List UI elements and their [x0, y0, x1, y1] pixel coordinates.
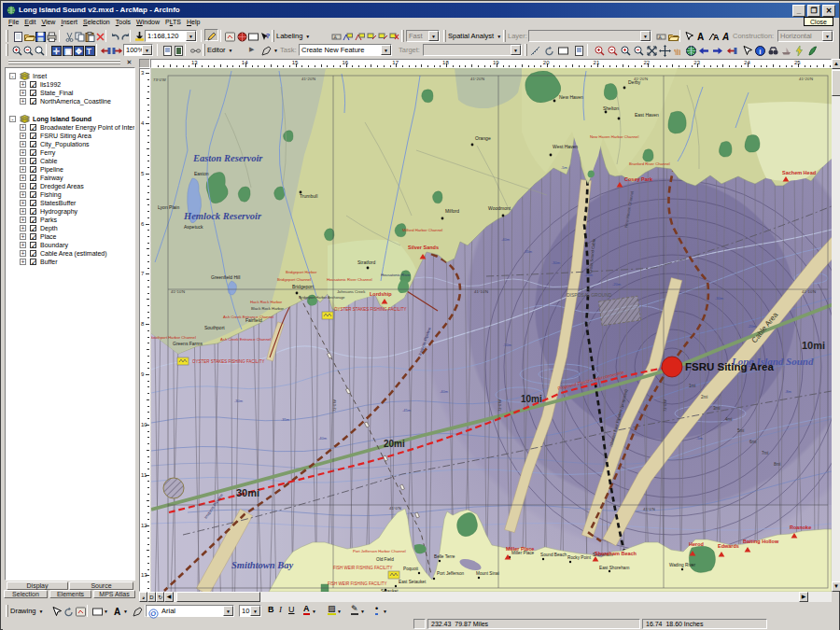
svg-text:Smithtown Bay: Smithtown Bay — [231, 560, 294, 570]
svg-text:OYSTER STAKES FISHING FACILITY: OYSTER STAKES FISHING FACILITY — [192, 359, 264, 364]
svg-text:i: i — [759, 48, 761, 56]
svg-text:Port Jefferson: Port Jefferson — [437, 571, 464, 576]
svg-text:-40m: -40m — [318, 436, 328, 441]
svg-text:Shelton: Shelton — [603, 105, 619, 111]
svg-text:4mi: 4mi — [725, 417, 732, 422]
svg-text:Woodmont: Woodmont — [488, 205, 511, 211]
svg-text:Mount Sinai: Mount Sinai — [476, 571, 499, 576]
svg-text:Ash Creek Entrance Channel: Ash Creek Entrance Channel — [223, 315, 273, 319]
svg-text:Port Jefferson Harbor Channel: Port Jefferson Harbor Channel — [353, 549, 406, 553]
svg-text:73°0'W: 73°0'W — [153, 77, 167, 82]
svg-text:Greenfield Hill: Greenfield Hill — [211, 274, 240, 280]
svg-text:East Haven: East Haven — [635, 112, 659, 118]
svg-text:-8m: -8m — [785, 389, 792, 394]
svg-text:Black Rock Harbor: Black Rock Harbor — [251, 306, 285, 311]
svg-text:Greens Farms: Greens Farms — [173, 341, 203, 346]
svg-text:41°20'N: 41°20'N — [634, 77, 648, 81]
svg-text:Baiting Hollow: Baiting Hollow — [743, 539, 779, 544]
svg-text:2mi: 2mi — [701, 395, 707, 399]
svg-text:Belle Terre: Belle Terre — [434, 554, 455, 559]
svg-text:41°10'N: 41°10'N — [802, 289, 816, 294]
svg-text:New Haven Harbor Channel: New Haven Harbor Channel — [590, 134, 638, 139]
svg-text:-40m: -40m — [501, 237, 511, 242]
svg-text:✛: ✛ — [53, 47, 60, 56]
svg-text:41°20'N: 41°20'N — [470, 77, 484, 81]
svg-text:Stratford: Stratford — [357, 259, 375, 265]
svg-text:Easton: Easton — [194, 171, 209, 176]
svg-text:30mi: 30mi — [236, 487, 259, 498]
svg-text:FSRU Siting Area: FSRU Siting Area — [685, 361, 774, 372]
svg-text:41°0'N: 41°0'N — [643, 507, 655, 511]
svg-text:West Haven: West Haven — [553, 144, 578, 149]
svg-text:72°0'W: 72°0'W — [497, 399, 502, 412]
svg-text:5mi: 5mi — [737, 428, 744, 433]
svg-text:?: ? — [266, 32, 271, 40]
svg-text:Easton Reservoir: Easton Reservoir — [192, 153, 263, 163]
svg-text:72°0'W: 72°0'W — [332, 399, 337, 412]
svg-text:Lyon Plain: Lyon Plain — [158, 204, 179, 210]
svg-text:-30m: -30m — [234, 399, 244, 403]
svg-text:Johnsons Creek: Johnsons Creek — [337, 289, 366, 294]
svg-text:Bridgeport: Bridgeport — [292, 284, 315, 289]
svg-text:-45m: -45m — [402, 408, 412, 413]
svg-text:Lordship: Lordship — [370, 291, 392, 297]
svg-text:Southport: Southport — [204, 325, 225, 330]
svg-text:✥: ✥ — [76, 47, 82, 56]
svg-text:Silver Sands: Silver Sands — [408, 245, 439, 250]
svg-text:New Haven: New Haven — [559, 94, 583, 100]
svg-text:Branford River Channel: Branford River Channel — [629, 161, 670, 166]
svg-text:Edwards: Edwards — [718, 543, 739, 549]
svg-text:-30m: -30m — [715, 296, 724, 301]
svg-text:7mi: 7mi — [762, 451, 768, 455]
svg-text:20mi: 20mi — [384, 439, 405, 449]
svg-text:Housatonic River Channel: Housatonic River Channel — [327, 277, 372, 282]
svg-text:A: A — [721, 32, 729, 42]
svg-text:41°20'N: 41°20'N — [301, 77, 315, 81]
svg-text:41°10'N: 41°10'N — [171, 289, 185, 294]
svg-text:Wading River: Wading River — [669, 563, 695, 567]
svg-text:OYSTER STAKES FISHING FACILITY: OYSTER STAKES FISHING FACILITY — [334, 307, 406, 312]
svg-text:Roanoke: Roanoke — [790, 525, 811, 530]
svg-text:Miller Place: Miller Place — [506, 546, 534, 552]
svg-text:-20m: -20m — [612, 282, 622, 287]
svg-text:Hack Rock Harbor: Hack Rock Harbor — [250, 300, 283, 304]
svg-text:-25m: -25m — [584, 273, 594, 277]
svg-text:Bridgeport Harbor: Bridgeport Harbor — [286, 270, 317, 274]
svg-text:-50m: -50m — [503, 343, 512, 347]
svg-text:-5m: -5m — [696, 436, 704, 441]
svg-text:Orange: Orange — [475, 135, 491, 141]
svg-text:Shoreham Beach: Shoreham Beach — [595, 551, 637, 556]
svg-text:▣: ▣ — [64, 47, 72, 56]
svg-text:10mi: 10mi — [521, 394, 542, 404]
svg-text:FISH WEIR FISHING FACILITY: FISH WEIR FISHING FACILITY — [333, 566, 393, 570]
svg-text:6mi: 6mi — [749, 440, 756, 444]
svg-text:Cosey Park: Cosey Park — [624, 176, 653, 182]
svg-text:Milford: Milford — [445, 208, 459, 214]
svg-text:3mi: 3mi — [713, 406, 720, 411]
svg-text:10mi: 10mi — [802, 340, 825, 351]
svg-text:-35m: -35m — [281, 417, 290, 422]
svg-text:72°0'W: 72°0'W — [663, 399, 667, 412]
svg-text:Trumbull: Trumbull — [300, 193, 317, 199]
svg-text:Sachem Head: Sachem Head — [782, 170, 816, 175]
svg-text:A: A — [697, 32, 704, 42]
svg-text:East Shoreham: East Shoreham — [599, 566, 629, 570]
svg-text:DISPOSAL GROUND: DISPOSAL GROUND — [567, 292, 612, 298]
svg-text:Herod: Herod — [689, 541, 704, 547]
svg-text:Poquott: Poquott — [403, 567, 419, 571]
svg-text:8mi: 8mi — [774, 462, 780, 467]
svg-text:Sound Beach: Sound Beach — [540, 553, 567, 557]
svg-text:T: T — [87, 47, 92, 56]
svg-text:FISH WEIR FISHING FACILITY: FISH WEIR FISHING FACILITY — [328, 581, 387, 586]
svg-text:-5m: -5m — [561, 165, 568, 170]
svg-text:-40m: -40m — [440, 389, 449, 394]
svg-text:O: O — [150, 609, 156, 618]
svg-text:-30m: -30m — [552, 260, 561, 265]
svg-text:Aspetuck: Aspetuck — [184, 224, 203, 230]
svg-text:-35m: -35m — [524, 249, 533, 254]
svg-text:Housatonic River: Housatonic River — [381, 273, 411, 277]
svg-text:Bridgeport Harbor Anchorage: Bridgeport Harbor Anchorage — [299, 296, 344, 300]
svg-text:Milford Harbor Channel: Milford Harbor Channel — [402, 228, 442, 232]
svg-text:41°10'N: 41°10'N — [474, 289, 488, 294]
svg-text:A: A — [114, 607, 120, 617]
